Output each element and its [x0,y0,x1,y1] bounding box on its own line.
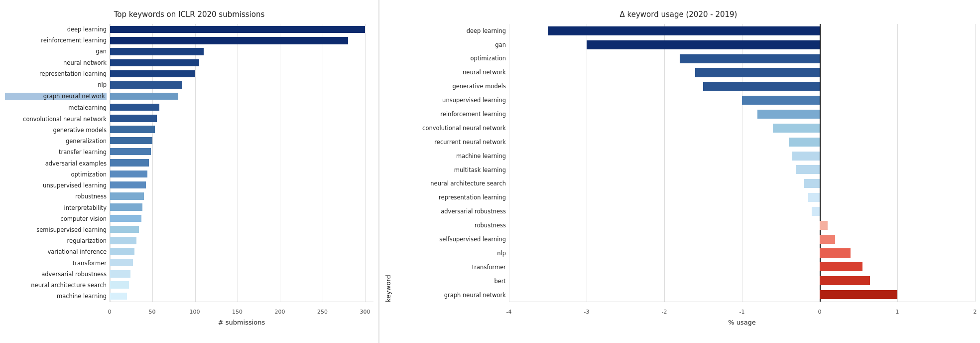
left-label: generalization [5,138,107,145]
bar-row [110,291,373,302]
bar-row [110,124,373,135]
left-label: semisupervised learning [5,227,107,233]
left-chart-panel: Top keywords on ICLR 2020 submissions de… [0,0,378,343]
right-x-axis-title: % usage [509,319,975,326]
right-bar-row [509,274,975,288]
right-label: neural architecture search [394,180,506,187]
right-label: deep learning [394,28,506,34]
right-x-axis-label: 2 [974,309,977,315]
bar [110,93,178,100]
left-label: adversarial examples [5,161,107,167]
bar-row [110,102,373,113]
right-bar-row [509,52,975,66]
right-label: bert [394,278,506,285]
right-x-axis-label: -4 [506,309,512,315]
bar [110,270,130,277]
left-label: computer vision [5,216,107,222]
left-label: reinforcement learning [5,37,107,44]
right-bar-row [509,176,975,190]
right-x-axis-label: 1 [896,309,899,315]
left-label: neural network [5,60,107,66]
right-y-axis-title: keyword [382,24,394,302]
right-bar-row [509,204,975,218]
right-label: representation learning [394,194,506,201]
left-label: graph neural network [5,93,107,100]
bar-row [110,268,373,279]
right-bar [820,262,862,271]
bar-row [110,35,373,46]
right-bar [757,110,820,119]
left-label: regularization [5,238,107,244]
bar-row [110,179,373,190]
bar [110,37,348,44]
right-x-axis-label: -3 [584,309,590,315]
x-axis-label: 250 [317,309,328,315]
left-label: unsupervised learning [5,182,107,189]
bar-row [110,113,373,124]
right-label: optimization [394,55,506,62]
right-label: robustness [394,222,506,229]
bar [110,137,152,144]
bar [110,104,159,111]
bar-row [110,57,373,68]
bar [110,281,129,288]
right-bar-row [509,24,975,38]
right-label: convolutional neural network [394,125,506,132]
bar-row [110,235,373,246]
right-label: graph neural network [394,292,506,299]
right-label: unsupervised learning [394,97,506,104]
bar-row [110,91,373,102]
x-axis-label: 100 [189,309,200,315]
left-label: representation learning [5,71,107,77]
bar-row [110,68,373,79]
right-bar-row [509,190,975,204]
right-x-axis: -4-3-2-1012 [509,306,975,316]
right-bar [820,276,870,285]
right-chart-panel: Δ keyword usage (2020 - 2019) keyword de… [379,0,980,343]
right-bar-row [509,260,975,274]
left-label: robustness [5,193,107,200]
bar-row [110,279,373,290]
bar-row [110,224,373,235]
charts-container: Top keywords on ICLR 2020 submissions de… [0,0,980,343]
left-chart-title: Top keywords on ICLR 2020 submissions [5,10,373,19]
left-label: machine learning [5,293,107,300]
left-label: adversarial robustness [5,271,107,278]
bar-row [110,246,373,257]
bar-row [110,146,373,157]
right-label: generative models [394,83,506,90]
right-label: gan [394,42,506,48]
bar [110,81,182,88]
right-bar-row [509,246,975,260]
left-bars-area [110,24,373,302]
bar-row [110,79,373,90]
right-bar [804,179,820,188]
bar-row [110,24,373,35]
x-axis-label: 300 [360,309,370,315]
right-label: transformer [394,264,506,271]
right-bars-area [509,24,975,302]
bar [110,248,134,255]
bar [110,59,199,66]
right-bar-row [509,232,975,246]
left-x-axis-title: # submissions [110,319,373,326]
right-bar-row [509,135,975,149]
bar-row [110,213,373,224]
left-chart-area: deep learningreinforcement learningganne… [5,24,373,302]
bar [110,48,204,55]
bar [110,181,146,188]
left-label: generative models [5,127,107,134]
bar-row [110,157,373,168]
bar [110,148,151,155]
left-label: optimization [5,172,107,178]
bar [110,192,144,199]
right-bar [548,26,820,35]
left-label: interpretability [5,205,107,211]
left-label: nlp [5,82,107,88]
right-bar [820,221,828,230]
right-bar-row [509,149,975,163]
right-chart-area: keyword deep learningganoptimizationneur… [382,24,975,302]
right-bar-row [509,163,975,177]
x-axis-label: 200 [274,309,285,315]
right-bar [792,152,820,161]
